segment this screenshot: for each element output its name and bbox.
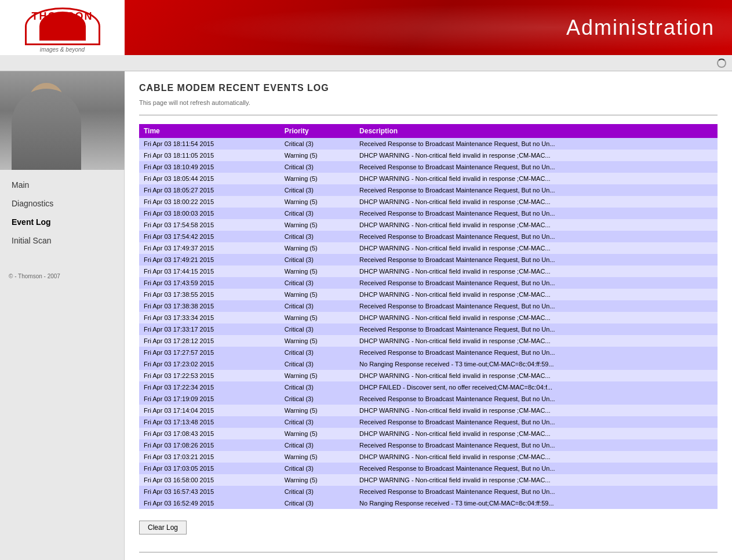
cell-time: Fri Apr 03 17:23:02 2015: [139, 358, 280, 370]
cell-time: Fri Apr 03 17:22:34 2015: [139, 381, 280, 393]
table-row: Fri Apr 03 17:23:02 2015Critical (3)No R…: [139, 358, 718, 370]
table-row: Fri Apr 03 17:33:17 2015Critical (3)Rece…: [139, 323, 718, 335]
cell-priority: Critical (3): [280, 184, 355, 196]
sidebar-copyright: © - Thomson - 2007: [0, 267, 124, 285]
cell-time: Fri Apr 03 17:13:48 2015: [139, 416, 280, 428]
cell-priority: Critical (3): [280, 439, 355, 451]
sidebar-item-event-log[interactable]: Event Log: [0, 213, 124, 231]
logo-text: THOMSON: [32, 10, 93, 23]
cell-time: Fri Apr 03 17:22:53 2015: [139, 370, 280, 381]
cell-time: Fri Apr 03 17:14:04 2015: [139, 405, 280, 416]
page-subtitle: This page will not refresh automatically…: [139, 99, 718, 106]
cell-priority: Critical (3): [280, 358, 355, 370]
cell-description: DHCP WARNING - Non-critical field invali…: [355, 242, 718, 254]
cell-priority: Critical (3): [280, 277, 355, 289]
cell-description: DHCP WARNING - Non-critical field invali…: [355, 312, 718, 323]
cell-description: DHCP WARNING - Non-critical field invali…: [355, 370, 718, 381]
bottom-divider: [139, 552, 718, 552]
cell-description: Received Response to Broadcast Maintenan…: [355, 208, 718, 219]
cell-priority: Warning (5): [280, 266, 355, 277]
table-row: Fri Apr 03 18:11:54 2015Critical (3)Rece…: [139, 138, 718, 150]
cell-time: Fri Apr 03 18:11:54 2015: [139, 138, 280, 150]
cell-description: Received Response to Broadcast Maintenan…: [355, 277, 718, 289]
title-divider: [139, 115, 718, 115]
cell-time: Fri Apr 03 17:54:42 2015: [139, 231, 280, 242]
cell-priority: Critical (3): [280, 393, 355, 405]
table-row: Fri Apr 03 17:27:57 2015Critical (3)Rece…: [139, 347, 718, 358]
cell-time: Fri Apr 03 16:52:49 2015: [139, 497, 280, 509]
table-row: Fri Apr 03 17:43:59 2015Critical (3)Rece…: [139, 277, 718, 289]
page-header-title: Administration: [566, 16, 715, 40]
cell-description: No Ranging Response received - T3 time-o…: [355, 497, 718, 509]
table-row: Fri Apr 03 17:38:38 2015Critical (3)Rece…: [139, 300, 718, 312]
table-row: Fri Apr 03 17:03:05 2015Critical (3)Rece…: [139, 463, 718, 474]
table-row: Fri Apr 03 17:08:43 2015Warning (5)DHCP …: [139, 428, 718, 439]
table-row: Fri Apr 03 17:28:12 2015Warning (5)DHCP …: [139, 335, 718, 347]
cell-priority: Warning (5): [280, 242, 355, 254]
sidebar-item-main[interactable]: Main: [0, 176, 124, 194]
cell-priority: Warning (5): [280, 370, 355, 381]
cell-priority: Warning (5): [280, 219, 355, 231]
cell-priority: Warning (5): [280, 289, 355, 300]
cell-description: No Ranging Response received - T3 time-o…: [355, 358, 718, 370]
sidebar-person-image: [0, 71, 125, 170]
cell-priority: Critical (3): [280, 231, 355, 242]
col-description: Description: [355, 124, 718, 138]
header: THOMSON images & beyond Administration: [0, 0, 732, 55]
table-row: Fri Apr 03 18:00:03 2015Critical (3)Rece…: [139, 208, 718, 219]
cell-description: DHCP WARNING - Non-critical field invali…: [355, 335, 718, 347]
cell-description: Received Response to Broadcast Maintenan…: [355, 184, 718, 196]
cell-priority: Critical (3): [280, 416, 355, 428]
cell-description: Received Response to Broadcast Maintenan…: [355, 486, 718, 497]
cell-time: Fri Apr 03 17:03:21 2015: [139, 451, 280, 463]
cell-description: DHCP WARNING - Non-critical field invali…: [355, 405, 718, 416]
cell-description: Received Response to Broadcast Maintenan…: [355, 254, 718, 266]
sidebar: Main Diagnostics Event Log Initial Scan …: [0, 71, 125, 560]
cell-description: Received Response to Broadcast Maintenan…: [355, 300, 718, 312]
sidebar-item-diagnostics[interactable]: Diagnostics: [0, 194, 124, 213]
cell-priority: Critical (3): [280, 497, 355, 509]
toolbar: [0, 55, 732, 71]
cell-time: Fri Apr 03 17:38:38 2015: [139, 300, 280, 312]
cell-description: DHCP WARNING - Non-critical field invali…: [355, 150, 718, 161]
table-header-row: Time Priority Description: [139, 124, 718, 138]
cell-time: Fri Apr 03 17:33:17 2015: [139, 323, 280, 335]
table-row: Fri Apr 03 17:44:15 2015Warning (5)DHCP …: [139, 266, 718, 277]
cell-time: Fri Apr 03 17:28:12 2015: [139, 335, 280, 347]
cell-priority: Critical (3): [280, 300, 355, 312]
table-row: Fri Apr 03 17:13:48 2015Critical (3)Rece…: [139, 416, 718, 428]
cell-time: Fri Apr 03 16:57:43 2015: [139, 486, 280, 497]
cell-time: Fri Apr 03 17:03:05 2015: [139, 463, 280, 474]
cell-priority: Warning (5): [280, 451, 355, 463]
table-row: Fri Apr 03 17:54:42 2015Critical (3)Rece…: [139, 231, 718, 242]
table-row: Fri Apr 03 17:33:34 2015Warning (5)DHCP …: [139, 312, 718, 323]
cell-description: DHCP WARNING - Non-critical field invali…: [355, 196, 718, 208]
cell-priority: Warning (5): [280, 428, 355, 439]
table-row: Fri Apr 03 16:58:00 2015Warning (5)DHCP …: [139, 474, 718, 486]
table-row: Fri Apr 03 17:19:09 2015Critical (3)Rece…: [139, 393, 718, 405]
cell-description: Received Response to Broadcast Maintenan…: [355, 161, 718, 173]
cell-time: Fri Apr 03 17:49:21 2015: [139, 254, 280, 266]
cell-priority: Critical (3): [280, 381, 355, 393]
cell-time: Fri Apr 03 18:10:49 2015: [139, 161, 280, 173]
cell-time: Fri Apr 03 17:44:15 2015: [139, 266, 280, 277]
cell-time: Fri Apr 03 16:58:00 2015: [139, 474, 280, 486]
cell-priority: Critical (3): [280, 486, 355, 497]
cell-description: Received Response to Broadcast Maintenan…: [355, 463, 718, 474]
cell-description: DHCP WARNING - Non-critical field invali…: [355, 451, 718, 463]
cell-description: Received Response to Broadcast Maintenan…: [355, 231, 718, 242]
content-area: CABLE MODEM RECENT EVENTS LOG This page …: [125, 71, 732, 560]
table-row: Fri Apr 03 18:10:49 2015Critical (3)Rece…: [139, 161, 718, 173]
cell-priority: Critical (3): [280, 138, 355, 150]
clear-log-button[interactable]: Clear Log: [139, 521, 187, 534]
cell-description: Received Response to Broadcast Maintenan…: [355, 323, 718, 335]
table-row: Fri Apr 03 16:52:49 2015Critical (3)No R…: [139, 497, 718, 509]
cell-time: Fri Apr 03 17:54:58 2015: [139, 219, 280, 231]
events-table: Time Priority Description Fri Apr 03 18:…: [139, 124, 718, 509]
cell-description: Received Response to Broadcast Maintenan…: [355, 393, 718, 405]
sidebar-item-initial-scan[interactable]: Initial Scan: [0, 231, 124, 250]
table-row: Fri Apr 03 18:05:44 2015Warning (5)DHCP …: [139, 173, 718, 184]
cell-time: Fri Apr 03 18:05:27 2015: [139, 184, 280, 196]
cell-priority: Critical (3): [280, 161, 355, 173]
cell-description: Received Response to Broadcast Maintenan…: [355, 439, 718, 451]
